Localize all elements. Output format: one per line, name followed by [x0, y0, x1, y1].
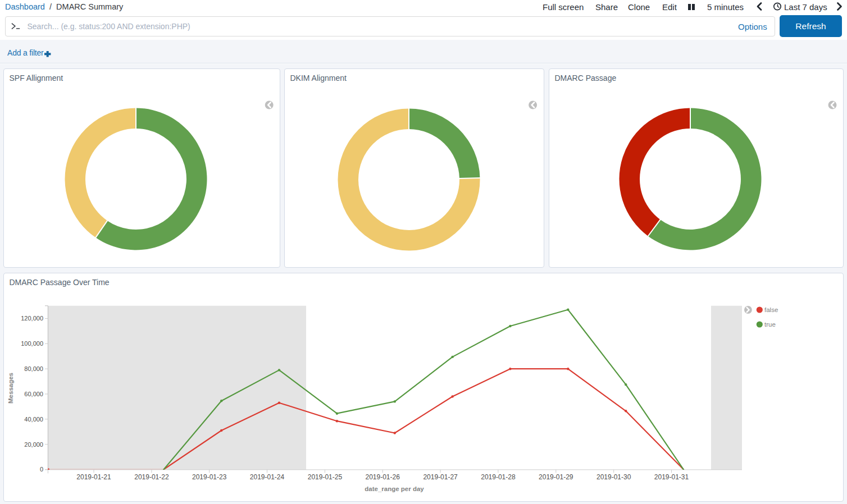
svg-text:false: false	[764, 306, 778, 313]
svg-text:120,000: 120,000	[21, 315, 43, 322]
svg-text:2019-01-23: 2019-01-23	[192, 473, 227, 480]
svg-text:2019-01-25: 2019-01-25	[308, 473, 343, 480]
svg-text:Messages: Messages	[7, 373, 14, 404]
svg-text:2019-01-21: 2019-01-21	[76, 473, 111, 480]
svg-text:2019-01-28: 2019-01-28	[481, 473, 516, 480]
svg-text:2019-01-26: 2019-01-26	[366, 473, 400, 480]
svg-text:0: 0	[40, 466, 43, 473]
svg-text:2019-01-27: 2019-01-27	[423, 473, 458, 480]
svg-text:2019-01-29: 2019-01-29	[539, 473, 573, 480]
svg-text:40,000: 40,000	[24, 415, 43, 422]
svg-text:2019-01-30: 2019-01-30	[596, 473, 631, 480]
svg-text:80,000: 80,000	[24, 365, 43, 372]
svg-text:2019-01-24: 2019-01-24	[250, 473, 285, 480]
svg-text:true: true	[764, 321, 776, 328]
svg-text:2019-01-22: 2019-01-22	[134, 473, 169, 480]
svg-text:2019-01-31: 2019-01-31	[654, 473, 689, 480]
svg-text:100,000: 100,000	[21, 340, 43, 347]
svg-text:60,000: 60,000	[24, 390, 43, 397]
svg-text:date_range per day: date_range per day	[365, 485, 424, 492]
svg-text:20,000: 20,000	[24, 441, 43, 447]
